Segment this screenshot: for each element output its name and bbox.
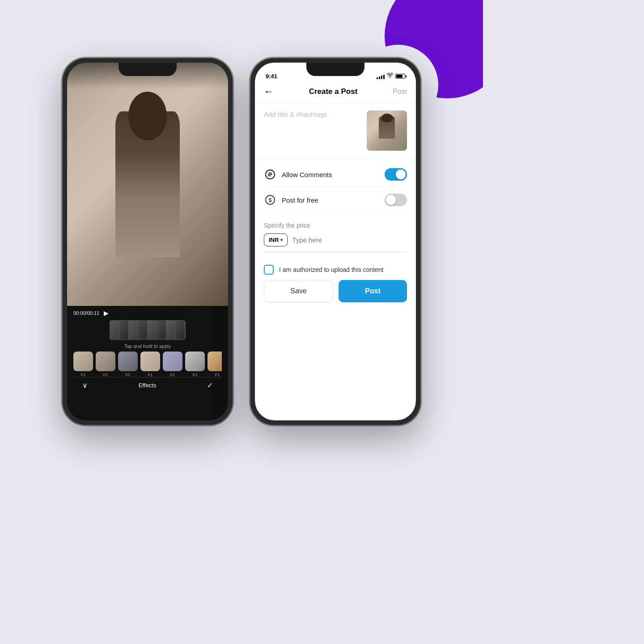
authorize-section: I am authorized to upload this content <box>255 258 416 280</box>
filmstrip <box>110 320 186 340</box>
filmstrip-frame <box>148 321 157 339</box>
filmstrip-frame <box>119 321 129 339</box>
status-time: 9:41 <box>266 73 277 80</box>
authorize-text: I am authorized to upload this content <box>279 266 383 273</box>
filmstrip-frame <box>166 321 176 339</box>
time-display: 00:00/00:11 <box>73 310 99 316</box>
signal-bar-4 <box>383 75 385 79</box>
filmstrip-frame <box>138 321 148 339</box>
filter-label-6: F1 <box>193 373 198 377</box>
app-header: ← Create a Post Post <box>255 82 416 103</box>
currency-value: INR <box>269 237 279 243</box>
filter-item[interactable]: F1 <box>118 352 138 377</box>
right-phone: 9:41 <box>250 58 420 425</box>
phones-container: 00:00/00:11 ▶ Tap and hold to <box>63 58 420 425</box>
filter-thumb-5 <box>163 352 182 371</box>
post-for-free-label: Post for free <box>282 196 385 204</box>
currency-select[interactable]: INR ▾ <box>264 233 288 246</box>
signal-bars-icon <box>377 74 385 79</box>
wifi-icon <box>387 73 393 80</box>
effects-label: Effects <box>139 382 157 389</box>
play-button[interactable]: ▶ <box>104 309 109 317</box>
filmstrip-frame <box>129 321 138 339</box>
filter-item[interactable]: F1 <box>73 352 93 377</box>
allow-comments-toggle[interactable] <box>385 168 407 181</box>
price-input-row: INR ▾ <box>264 233 407 252</box>
filter-label-2: F1 <box>103 373 108 377</box>
left-phone: 00:00/00:11 ▶ Tap and hold to <box>63 58 233 425</box>
filter-label-3: F1 <box>126 373 131 377</box>
notch-left <box>119 63 177 76</box>
filmstrip-frame <box>157 321 166 339</box>
post-content-area: Add title & #hashtags <box>255 103 416 158</box>
filter-item[interactable]: F1 <box>96 352 115 377</box>
filter-item[interactable]: F1 <box>140 352 160 377</box>
filter-thumb-6 <box>185 352 205 371</box>
toggle-thumb-2 <box>386 195 396 205</box>
page-title: Create a Post <box>309 87 358 96</box>
settings-section: … Allow Comments $ <box>255 158 416 216</box>
post-for-free-row: $ Post for free <box>264 187 407 213</box>
notch-right <box>306 63 364 76</box>
price-section: Specify the price INR ▾ <box>255 216 416 258</box>
filter-thumb-2 <box>96 352 115 371</box>
filter-label-4: F1 <box>148 373 153 377</box>
filter-thumb-3 <box>118 352 138 371</box>
status-icons <box>377 73 405 80</box>
chevron-down-icon[interactable]: ∨ <box>82 381 88 390</box>
back-button[interactable]: ← <box>264 86 274 97</box>
comment-icon: … <box>264 168 276 181</box>
signal-bar-1 <box>377 77 378 79</box>
filter-row: F1 F1 F1 F1 <box>73 352 222 377</box>
currency-chevron-icon: ▾ <box>280 237 283 242</box>
svg-text:$: $ <box>269 197 272 203</box>
toggle-thumb <box>396 169 406 179</box>
svg-text:…: … <box>268 172 272 177</box>
filmstrip-frame <box>110 321 119 339</box>
tap-hold-text: Tap and hold to apply <box>73 343 222 349</box>
filter-item[interactable]: F1 <box>208 352 222 377</box>
video-bottom-bar: 00:00/00:11 ▶ Tap and hold to <box>67 306 228 420</box>
filter-thumb-7 <box>208 352 222 371</box>
price-label: Specify the price <box>264 222 407 229</box>
filter-item[interactable]: F1 <box>185 352 205 377</box>
post-thumbnail <box>367 110 407 151</box>
battery-fill <box>396 75 402 78</box>
effects-bar: ∨ Effects ✓ <box>73 377 222 393</box>
filter-label-7: F1 <box>215 373 220 377</box>
allow-comments-label: Allow Comments <box>282 171 385 178</box>
signal-bar-2 <box>379 76 380 79</box>
filter-item[interactable]: F1 <box>163 352 182 377</box>
post-button[interactable]: Post <box>339 280 407 302</box>
allow-comments-row: … Allow Comments <box>264 162 407 187</box>
save-button[interactable]: Save <box>264 280 333 302</box>
filter-thumb-1 <box>73 352 93 371</box>
header-post-button[interactable]: Post <box>393 88 407 96</box>
video-person-bg <box>67 63 228 306</box>
filter-label-1: F1 <box>81 373 86 377</box>
post-for-free-toggle[interactable] <box>385 194 407 206</box>
signal-bar-3 <box>381 76 382 79</box>
checkmark-icon[interactable]: ✓ <box>207 381 213 390</box>
filmstrip-frame <box>176 321 185 339</box>
authorize-checkbox[interactable] <box>264 265 274 275</box>
title-input[interactable]: Add title & #hashtags <box>264 110 361 151</box>
filter-label-5: F1 <box>170 373 175 377</box>
price-input[interactable] <box>292 236 407 244</box>
bottom-buttons: Save Post <box>255 280 416 311</box>
right-phone-screen: 9:41 <box>255 63 416 420</box>
dollar-icon: $ <box>264 194 276 206</box>
left-phone-screen: 00:00/00:11 ▶ Tap and hold to <box>67 63 228 420</box>
time-controls: 00:00/00:11 ▶ <box>73 309 222 317</box>
filter-thumb-4 <box>140 352 160 371</box>
video-area <box>67 63 228 306</box>
battery-icon <box>395 74 405 79</box>
